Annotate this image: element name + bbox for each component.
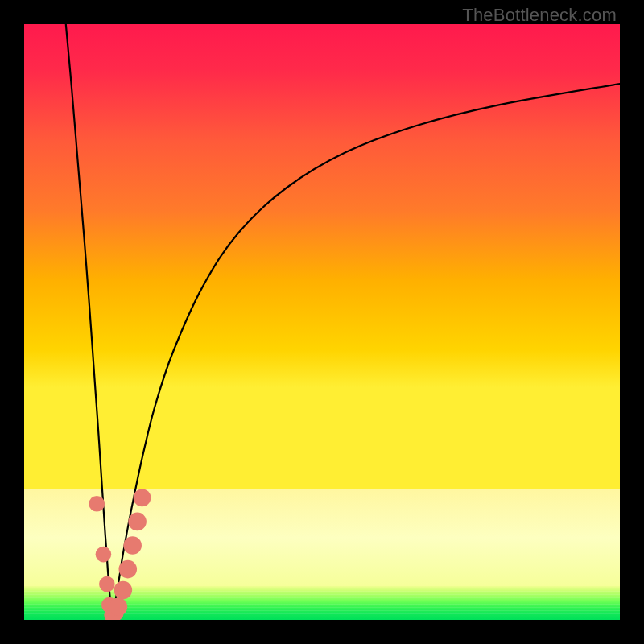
data-marker bbox=[96, 547, 112, 563]
data-marker bbox=[134, 489, 151, 506]
chart-frame: TheBottleneck.com bbox=[0, 0, 644, 644]
data-marker bbox=[89, 496, 105, 512]
plot-area bbox=[24, 24, 620, 620]
data-marker bbox=[123, 536, 142, 555]
data-marker bbox=[128, 513, 147, 531]
curve-layer bbox=[24, 24, 620, 620]
data-marker bbox=[99, 576, 115, 592]
data-marker bbox=[114, 581, 133, 600]
data-marker bbox=[118, 560, 137, 579]
watermark-text: TheBottleneck.com bbox=[462, 5, 617, 26]
data-marker bbox=[109, 597, 128, 616]
curve-right-branch bbox=[113, 84, 620, 617]
curve-left-branch bbox=[66, 24, 113, 617]
